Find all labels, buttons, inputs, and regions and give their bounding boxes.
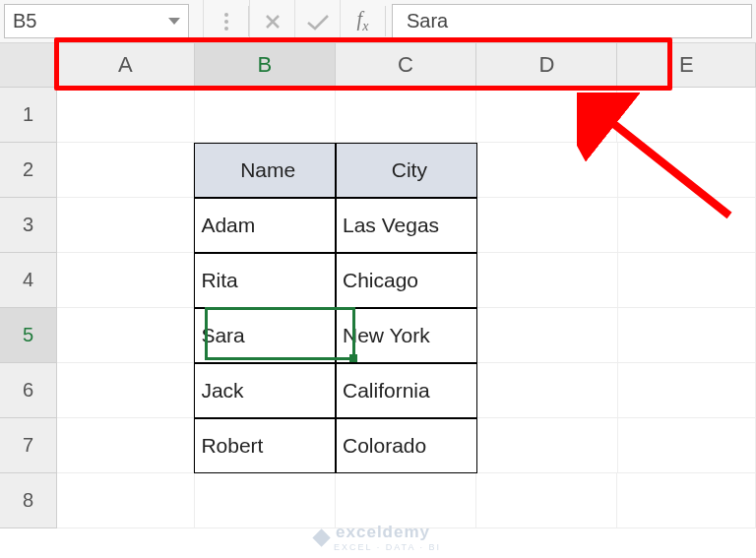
cancel-button[interactable] xyxy=(249,0,294,42)
cell-C7[interactable]: Colorado xyxy=(336,418,477,473)
row-header-8[interactable]: 8 xyxy=(0,473,57,528)
cell-B3[interactable]: Adam xyxy=(194,198,336,253)
cell-D6[interactable] xyxy=(477,363,618,418)
svg-point-2 xyxy=(224,27,228,31)
cell-B8[interactable] xyxy=(195,473,336,528)
cell-E2[interactable] xyxy=(618,143,756,198)
cell-D2[interactable] xyxy=(477,143,618,198)
customize-button[interactable] xyxy=(203,0,248,42)
formula-bar: B5 fx Sara xyxy=(0,0,756,43)
column-header-E[interactable]: E xyxy=(617,43,756,87)
row-header-5[interactable]: 5 xyxy=(0,308,57,363)
cell-E4[interactable] xyxy=(618,253,756,308)
column-headers: ABCDE xyxy=(57,43,756,88)
svg-point-0 xyxy=(224,13,228,17)
cell-C8[interactable] xyxy=(336,473,476,528)
cell-E6[interactable] xyxy=(618,363,756,418)
watermark-logo-icon xyxy=(312,528,330,546)
cell-C3[interactable]: Las Vegas xyxy=(336,198,477,253)
row-header-4[interactable]: 4 xyxy=(0,253,57,308)
table-row: JackCalifornia xyxy=(57,363,756,418)
table-row: SaraNew York xyxy=(57,308,756,363)
cell-A6[interactable] xyxy=(57,363,194,418)
fx-icon: fx xyxy=(357,8,369,34)
table-row: RitaChicago xyxy=(57,253,756,308)
cell-C2[interactable]: City xyxy=(336,143,477,198)
cells-grid: NameCityAdamLas VegasRitaChicagoSaraNew … xyxy=(57,88,756,528)
cell-B6[interactable]: Jack xyxy=(194,363,336,418)
row-header-6[interactable]: 6 xyxy=(0,363,57,418)
cell-E5[interactable] xyxy=(618,308,756,363)
cell-B4[interactable]: Rita xyxy=(194,253,336,308)
row-header-1[interactable]: 1 xyxy=(0,88,57,143)
column-header-A[interactable]: A xyxy=(57,43,195,87)
cell-E8[interactable] xyxy=(617,473,756,528)
column-header-C[interactable]: C xyxy=(336,43,476,87)
dropdown-icon[interactable] xyxy=(168,18,180,25)
table-row: NameCity xyxy=(57,143,756,198)
name-box[interactable]: B5 xyxy=(4,4,189,38)
cell-E1[interactable] xyxy=(617,88,756,143)
watermark-brand: exceldemy xyxy=(336,523,441,542)
insert-function-button[interactable]: fx xyxy=(340,0,385,42)
cell-B1[interactable] xyxy=(195,88,336,143)
cell-B7[interactable]: Robert xyxy=(194,418,336,473)
watermark-tagline: EXCEL · DATA · BI xyxy=(334,542,441,552)
cell-A5[interactable] xyxy=(57,308,194,363)
row-header-7[interactable]: 7 xyxy=(0,418,57,473)
cell-D1[interactable] xyxy=(476,88,617,143)
cell-A1[interactable] xyxy=(57,88,195,143)
table-row xyxy=(57,473,756,528)
cell-D3[interactable] xyxy=(477,198,618,253)
svg-point-1 xyxy=(224,20,228,24)
name-box-value: B5 xyxy=(13,10,36,32)
cell-C6[interactable]: California xyxy=(336,363,477,418)
row-header-3[interactable]: 3 xyxy=(0,198,57,253)
cell-A2[interactable] xyxy=(57,143,194,198)
cell-D8[interactable] xyxy=(476,473,617,528)
cell-B5[interactable]: Sara xyxy=(194,308,336,363)
cell-A3[interactable] xyxy=(57,198,194,253)
table-row xyxy=(57,88,756,143)
cell-D4[interactable] xyxy=(477,253,618,308)
table-row: RobertColorado xyxy=(57,418,756,473)
cell-D7[interactable] xyxy=(477,418,618,473)
formula-input-value: Sara xyxy=(407,10,448,32)
cell-D5[interactable] xyxy=(477,308,618,363)
column-header-B[interactable]: B xyxy=(195,43,336,87)
watermark: exceldemy EXCEL · DATA · BI xyxy=(315,523,441,552)
table-row: AdamLas Vegas xyxy=(57,198,756,253)
column-header-D[interactable]: D xyxy=(476,43,617,87)
cell-C1[interactable] xyxy=(336,88,476,143)
cell-B2[interactable]: Name xyxy=(194,143,336,198)
formula-input[interactable]: Sara xyxy=(392,4,752,38)
cell-E7[interactable] xyxy=(618,418,756,473)
cell-A7[interactable] xyxy=(57,418,194,473)
cell-C4[interactable]: Chicago xyxy=(336,253,477,308)
cell-E3[interactable] xyxy=(618,198,756,253)
cell-A8[interactable] xyxy=(57,473,195,528)
enter-button[interactable] xyxy=(294,0,340,42)
row-header-2[interactable]: 2 xyxy=(0,143,57,198)
cell-C5[interactable]: New York xyxy=(336,308,477,363)
select-all-corner[interactable] xyxy=(0,43,57,88)
cell-A4[interactable] xyxy=(57,253,194,308)
row-headers: 12345678 xyxy=(0,88,57,528)
